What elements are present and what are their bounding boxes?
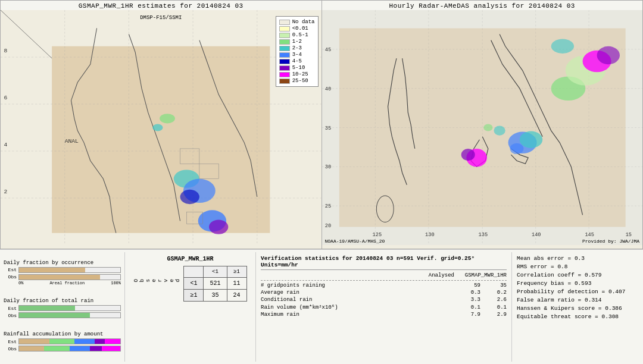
metric-row-1: RMS error = 0.8 (517, 263, 638, 270)
legend-label-2550: 25-50 (292, 78, 308, 84)
occurrence-obs-fill (19, 275, 100, 280)
legend-item-12: 1-2 (279, 39, 315, 45)
total-rain-chart: Daily fraction of total rain Est Obs (4, 298, 121, 318)
acc-est-label: Est (4, 339, 17, 344)
svg-text:125: 125 (372, 232, 382, 238)
acc-obs-fill (19, 346, 120, 351)
stats-val2-4: 2.9 (483, 312, 507, 318)
svg-text:2: 2 (4, 189, 7, 195)
occurrence-obs-track (18, 274, 121, 280)
legend-color-12 (279, 39, 290, 45)
svg-text:35: 35 (324, 125, 330, 131)
left-map-panel: GSMAP_MWR_1HR estimates for 20140824 03 (0, 0, 322, 249)
legend-color-1025 (279, 72, 290, 77)
svg-text:8: 8 (4, 48, 7, 54)
stats-row-2: Conditional rain 3.3 2.6 (261, 297, 507, 303)
total-rain-est-row: Est (4, 305, 121, 311)
occurrence-est-track (18, 267, 121, 273)
svg-text:6: 6 (4, 95, 7, 101)
svg-text:25: 25 (324, 203, 330, 209)
svg-point-49 (483, 124, 492, 131)
accumulation-bars: Est Obs (4, 338, 121, 352)
total-rain-est-track (18, 305, 121, 311)
contingency-header-row: <1 ≥1 (184, 266, 246, 278)
legend-label-23: 2-3 (292, 45, 302, 51)
svg-text:15: 15 (625, 232, 631, 238)
acc-obs-row: Obs (4, 346, 121, 352)
metric-row-6: Hanssen & Kuipers score = 0.386 (517, 305, 638, 312)
stats-row-4: Maximum rain 7.9 2.9 (261, 312, 507, 318)
contingency-table: <1 ≥1 <1 521 11 ≥1 35 24 (183, 266, 246, 302)
svg-marker-1 (52, 46, 270, 233)
legend-box: No data <0.01 0.5-1 1-2 (276, 16, 319, 87)
legend-label-1025: 10-25 (292, 71, 308, 77)
acc-est-track (18, 338, 121, 344)
stats-label-0: # gridpoints raining (261, 283, 454, 288)
legend-item-1025: 10-25 (279, 71, 315, 77)
main-container: GSMAP_MWR_1HR estimates for 20140824 03 (0, 0, 643, 364)
occurrence-bars: Est Obs (4, 267, 121, 280)
svg-text:45: 45 (324, 47, 330, 53)
svg-text:145: 145 (585, 232, 594, 238)
acc-obs-label: Obs (4, 346, 17, 352)
metric-row-4: Probability of detection = 0.407 (517, 288, 638, 295)
legend-item-45: 4-5 (279, 58, 315, 64)
legend-label-34: 3-4 (292, 52, 302, 58)
metric-row-5: False alarm ratio = 0.314 (517, 297, 638, 303)
legend-item-nodata: No data (279, 19, 315, 25)
legend-color-nodata (279, 20, 290, 25)
stats-row-0: # gridpoints raining 59 35 (261, 283, 507, 288)
total-rain-est-fill (19, 306, 75, 310)
right-map-svg: 45 40 35 30 25 20 125 130 135 140 145 15 (322, 10, 643, 245)
svg-text:135: 135 (478, 232, 488, 238)
left-map-title: GSMAP_MWR_1HR estimates for 20140824 03 (1, 1, 322, 10)
total-rain-obs-track (18, 312, 121, 318)
contingency-panel: GSMAP_MWR_1HR Observed <1 ≥1 (125, 252, 256, 362)
occurrence-chart: Daily fraction by occurrence Est Obs (4, 260, 121, 285)
contingency-empty-header (184, 266, 204, 278)
svg-point-42 (519, 131, 542, 148)
stats-row-3: Rain volume (mm*km²x10⁶) 0.1 0.1 (261, 304, 507, 310)
legend-color-2550 (279, 79, 290, 84)
stats-val2-1: 0.2 (483, 290, 507, 296)
acc-est-row: Est (4, 338, 121, 344)
legend-color-45 (279, 59, 290, 64)
stats-title: Verification statistics for 20140824 03 … (261, 255, 507, 270)
acc-obs-track (18, 346, 121, 352)
axis-mid: Areal fraction (49, 281, 85, 285)
contingency-col-header-2: ≥1 (227, 266, 246, 278)
legend-color-051 (279, 33, 290, 38)
legend-label-12: 1-2 (292, 39, 302, 45)
occurrence-est-label: Est (4, 267, 17, 272)
stats-val1-2: 3.3 (457, 297, 480, 303)
contingency-cell-22: 24 (227, 290, 246, 302)
svg-point-48 (494, 125, 505, 135)
maps-row: GSMAP_MWR_1HR estimates for 20140824 03 (0, 0, 643, 250)
stats-col2-header: GSMAP_MWR_1HR (459, 272, 507, 278)
svg-point-40 (461, 149, 475, 161)
right-map-title: Hourly Radar-AMeDAS analysis for 2014082… (322, 1, 643, 10)
sat-label: DMSP-F15/SSMI (140, 15, 182, 21)
stats-row-1: Average rain 0.3 0.2 (261, 290, 507, 296)
contingency-row-header-2: ≥1 (184, 290, 204, 302)
total-rain-bars: Est Obs (4, 305, 121, 318)
legend-item-051: 0.5-1 (279, 32, 315, 38)
contingency-row-2: ≥1 35 24 (184, 290, 246, 302)
occurrence-est-fill (19, 268, 85, 272)
occurrence-axis: 0% Areal fraction 100% (4, 281, 121, 285)
svg-text:30: 30 (324, 164, 330, 170)
legend-color-001 (279, 26, 290, 32)
observed-label-text: Observed (133, 278, 181, 282)
bottom-row: Daily fraction by occurrence Est Obs (0, 250, 643, 364)
stats-label-3: Rain volume (mm*km²x10⁶) (261, 304, 454, 310)
contingency-cell-21: 35 (204, 290, 227, 302)
legend-color-34 (279, 52, 290, 58)
occurrence-est-row: Est (4, 267, 121, 273)
stats-val1-1: 0.3 (457, 290, 480, 296)
legend-item-34: 3-4 (279, 52, 315, 58)
svg-point-13 (160, 114, 175, 123)
legend-item-2550: 25-50 (279, 78, 315, 84)
total-rain-obs-fill (19, 313, 90, 318)
svg-text:ANAL: ANAL (65, 138, 79, 145)
noaa-label: NOAA-19/AMSU-A/MHS_20 (325, 239, 385, 244)
